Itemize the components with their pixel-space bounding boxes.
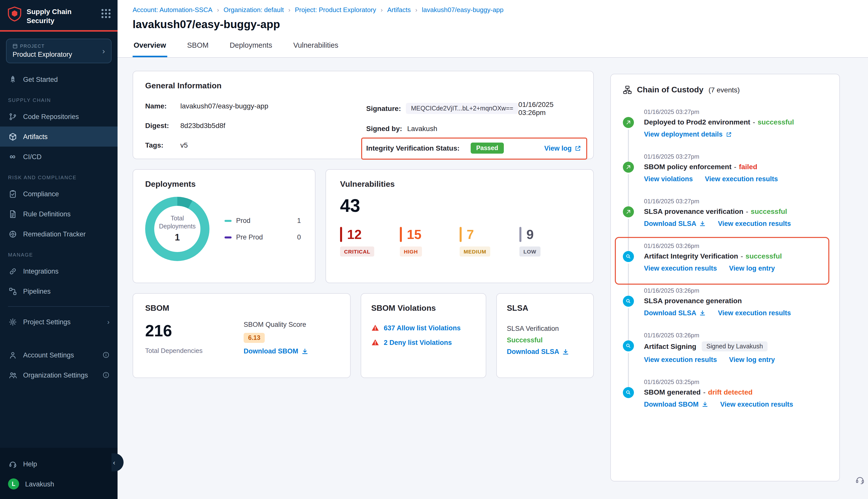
project-selector[interactable]: PROJECT Product Exploratory › [6, 39, 111, 63]
sidebar-item-label: CI/CD [23, 153, 42, 161]
module-switcher-icon[interactable] [101, 9, 110, 18]
event-links: Download SLSA View execution results [644, 220, 827, 228]
general-info-right: Signature: MEQCICde2VjIT...bL+2+mqnOXw==… [366, 100, 581, 154]
sidebar-item-integrations[interactable]: Integrations [0, 261, 118, 281]
deny-list-violations-row: 2 Deny list Violations [371, 338, 476, 346]
event-slsa-provenance-verification: 01/16/2025 03:27pm SLSA provenance verif… [623, 198, 827, 242]
sidebar-item-project-settings[interactable]: Project Settings › [0, 312, 118, 332]
view-log-entry-link[interactable]: View log entry [729, 265, 775, 272]
breadcrumb-account[interactable]: Account: Automation-SSCA [133, 6, 213, 14]
event-artifact-signing: 01/16/2025 03:26pm Artifact Signing Sign… [623, 332, 827, 378]
tab-vulnerabilities[interactable]: Vulnerabilities [292, 37, 339, 57]
download-slsa-link[interactable]: Download SLSA [507, 348, 583, 355]
download-slsa-label: Download SLSA [507, 348, 559, 355]
event-time: 01/16/2025 03:25pm [644, 378, 827, 386]
event-title: Artifact Integrity Verification [644, 252, 738, 260]
sidebar-item-label: Code Repositories [23, 113, 79, 121]
view-log-label: View log [544, 144, 571, 152]
sidebar-item-account-settings[interactable]: Account Settings [0, 345, 118, 365]
tags-row: Tags: v5 [145, 139, 366, 150]
person-icon [8, 351, 17, 360]
view-violations-link[interactable]: View violations [644, 175, 693, 183]
sidebar-item-user[interactable]: L Lavakush [0, 474, 118, 494]
chain-of-custody-title: Chain of Custody [637, 85, 703, 94]
supply-chain-security-logo-icon [8, 7, 22, 24]
signature-row: Signature: MEQCICde2VjIT...bL+2+mqnOXw==… [366, 100, 581, 117]
view-execution-results-link[interactable]: View execution results [720, 401, 793, 408]
sbom-quality: SBOM Quality Score 6.13 Download SBOM [244, 321, 309, 355]
infinity-icon: ∞ [8, 153, 17, 161]
view-execution-results-link[interactable]: View execution results [705, 175, 778, 183]
card-title: Deployments [145, 180, 303, 189]
sidebar-item-artifacts[interactable]: Artifacts [0, 127, 118, 147]
sidebar-item-organization-settings[interactable]: Organization Settings [0, 365, 118, 385]
card-title: General Information [145, 81, 581, 90]
overview-left-column: General Information Name: lavakush07/eas… [133, 71, 594, 499]
sidebar-item-code-repositories[interactable]: Code Repositories [0, 107, 118, 127]
view-deployment-details-link[interactable]: View deployment details [644, 131, 732, 138]
breadcrumb-current[interactable]: lavakush07/easy-buggy-app [422, 6, 504, 14]
project-icon [13, 44, 17, 49]
severity-critical: 12 CRITICAL [340, 227, 400, 257]
events-timeline: 01/16/2025 03:27pm Deployed to Prod2 env… [623, 108, 827, 423]
severity-bar [519, 227, 521, 242]
allow-list-violations-link[interactable]: 637 Allow list Violations [384, 324, 461, 331]
main-area: Account: Automation-SSCA › Organization:… [118, 0, 868, 499]
sidebar-item-get-started[interactable]: Get Started [0, 70, 118, 89]
tab-overview[interactable]: Overview [133, 37, 167, 57]
view-execution-results-link[interactable]: View execution results [644, 356, 717, 364]
view-execution-results-link[interactable]: View execution results [644, 265, 717, 272]
avatar: L [8, 478, 19, 489]
download-slsa-link[interactable]: Download SLSA [644, 220, 706, 228]
sidebar-item-label: Help [23, 460, 37, 467]
download-sbom-link[interactable]: Download SBOM [644, 401, 708, 408]
cube-icon [8, 132, 17, 141]
severity-high: 15 HIGH [400, 227, 460, 257]
view-execution-results-link[interactable]: View execution results [718, 220, 791, 228]
tab-deployments[interactable]: Deployments [229, 37, 273, 57]
severity-medium: 7 MEDIUM [460, 227, 519, 257]
card-title: SBOM Violations [371, 304, 476, 313]
breadcrumb-separator-icon: › [381, 6, 383, 13]
sidebar-item-rule-definitions[interactable]: Rule Definitions [0, 204, 118, 224]
sidebar-item-compliance[interactable]: Compliance [0, 184, 118, 204]
deny-list-violations-link[interactable]: 2 Deny list Violations [384, 339, 452, 346]
sbom-total-label: Total Dependencies [145, 347, 244, 354]
integrity-status-badge: Passed [471, 143, 504, 154]
app-title: Supply Chain Security [27, 7, 96, 25]
nav-heading-risk-compliance: RISK AND COMPLIANCE [0, 167, 118, 184]
sidebar-item-label: Get Started [23, 76, 58, 83]
view-log-link[interactable]: View log [544, 144, 581, 152]
legend-item-prod[interactable]: Prod 1 [225, 217, 301, 224]
sidebar-item-remediation-tracker[interactable]: Remediation Tracker [0, 224, 118, 244]
sidebar-item-help[interactable]: Help [0, 454, 118, 474]
event-status: successful [751, 207, 787, 215]
view-execution-results-link[interactable]: View execution results [718, 309, 791, 317]
module-accent-bar [0, 31, 118, 32]
sidebar-item-pipelines[interactable]: Pipelines [0, 281, 118, 302]
name-value: lavakush07/easy-buggy-app [180, 102, 268, 110]
scan-event-icon [623, 387, 634, 398]
user-name: Lavakush [25, 480, 54, 488]
support-button[interactable] [855, 475, 865, 487]
download-slsa-link[interactable]: Download SLSA [644, 309, 706, 317]
sidebar-item-cicd[interactable]: ∞ CI/CD [0, 147, 118, 167]
breadcrumb-project[interactable]: Project: Product Exploratory [295, 6, 376, 14]
sidebar-item-label: Remediation Tracker [23, 230, 86, 238]
breadcrumb-artifacts[interactable]: Artifacts [387, 6, 411, 14]
sbom-total-dependencies: 216 [145, 323, 244, 339]
scan-event-icon [623, 251, 634, 262]
view-log-entry-link[interactable]: View log entry [729, 356, 775, 364]
sbom-body: 216 Total Dependencies SBOM Quality Scor… [145, 321, 338, 355]
donut-center-label: Total Deployments 1 [159, 214, 196, 244]
breadcrumb-separator-icon: › [217, 6, 219, 13]
sidebar-item-label: Account Settings [23, 351, 74, 359]
legend-item-pre-prod[interactable]: Pre Prod 0 [225, 233, 301, 241]
download-sbom-link[interactable]: Download SBOM [244, 348, 309, 355]
event-title: SBOM generated [644, 388, 701, 396]
breadcrumb-organization[interactable]: Organization: default [224, 6, 284, 14]
sidebar-nav: Get Started SUPPLY CHAIN Code Repositori… [0, 66, 118, 448]
event-artifact-integrity-verification: 01/16/2025 03:26pm Artifact Integrity Ve… [623, 242, 827, 287]
deployments-donut-chart: Total Deployments 1 [145, 197, 209, 261]
tab-sbom[interactable]: SBOM [186, 37, 209, 57]
